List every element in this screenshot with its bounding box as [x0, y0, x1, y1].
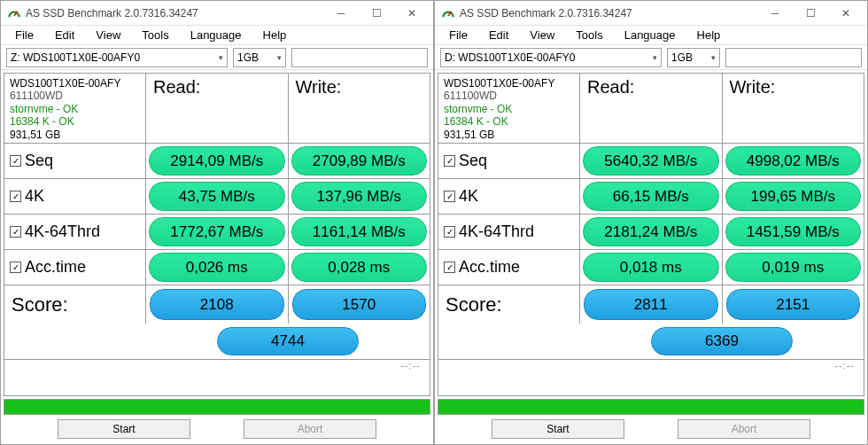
- window-title: AS SSD Benchmark 2.0.7316.34247: [460, 7, 757, 20]
- seq-read: 2914,09 MB/s: [149, 146, 285, 176]
- menu-tools[interactable]: Tools: [131, 27, 179, 43]
- menu-language[interactable]: Language: [180, 27, 252, 43]
- menu-view[interactable]: View: [85, 27, 131, 43]
- score-write: 2151: [726, 289, 861, 320]
- menu-help[interactable]: Help: [686, 27, 732, 43]
- window-controls: ─ ☐ ✕: [757, 2, 864, 25]
- header-read: Read:: [146, 74, 289, 143]
- drive-select-value: Z: WDS100T1X0E-00AFY0: [11, 51, 140, 64]
- device-firmware: 611100WD: [444, 90, 574, 102]
- menu-view[interactable]: View: [519, 27, 565, 43]
- score-read: 2811: [584, 289, 718, 320]
- checkbox-seq[interactable]: ✓: [10, 155, 21, 167]
- device-align: 16384 K - OK: [10, 115, 140, 128]
- benchmark-window-left: AS SSD Benchmark 2.0.7316.34247 ─ ☐ ✕ Fi…: [0, 0, 434, 445]
- size-select[interactable]: 1GB ▾: [667, 48, 720, 67]
- row-4k: ✓4K 66,15 MB/s 199,65 MB/s: [438, 178, 864, 214]
- header-write: Write:: [723, 74, 864, 143]
- menu-edit[interactable]: Edit: [44, 27, 85, 43]
- chevron-down-icon: ▾: [219, 53, 223, 62]
- checkbox-4k64[interactable]: ✓: [444, 226, 455, 238]
- checkbox-seq[interactable]: ✓: [444, 155, 455, 167]
- checkbox-acctime[interactable]: ✓: [444, 262, 455, 273]
- label-seq: Seq: [459, 152, 487, 170]
- drive-select[interactable]: Z: WDS100T1X0E-00AFY0 ▾: [6, 48, 228, 67]
- label-seq: Seq: [25, 152, 53, 170]
- start-button[interactable]: Start: [58, 419, 190, 439]
- app-icon: [442, 7, 454, 20]
- chevron-down-icon: ▾: [277, 53, 282, 62]
- row-total: 4744: [4, 324, 430, 359]
- row-acctime: ✓Acc.time 0,018 ms 0,019 ms: [438, 249, 864, 285]
- menu-file[interactable]: File: [4, 27, 44, 43]
- drive-select-value: D: WDS100T1X0E-00AFY0: [445, 51, 575, 64]
- elapsed-time: --:--: [438, 359, 864, 375]
- row-seq: ✓Seq 5640,32 MB/s 4998,02 MB/s: [438, 143, 864, 178]
- checkbox-4k[interactable]: ✓: [10, 191, 21, 202]
- window-title: AS SSD Benchmark 2.0.7316.34247: [26, 7, 323, 20]
- checkbox-4k64[interactable]: ✓: [10, 226, 21, 238]
- abort-button[interactable]: Abort: [678, 419, 810, 439]
- seq-read: 5640,32 MB/s: [583, 146, 719, 176]
- label-4k: 4K: [459, 187, 478, 206]
- maximize-button[interactable]: ☐: [359, 2, 394, 25]
- minimize-button[interactable]: ─: [757, 2, 793, 25]
- 4k-read: 66,15 MB/s: [583, 182, 719, 211]
- score-total: 4744: [217, 327, 359, 355]
- device-info: WDS100T1X0E-00AFY 611100WD stornvme - OK…: [4, 74, 146, 143]
- progress-bar: [438, 399, 864, 415]
- titlebar[interactable]: AS SSD Benchmark 2.0.7316.34247 ─ ☐ ✕: [435, 1, 867, 26]
- score-total: 6369: [651, 327, 793, 355]
- header-read: Read:: [580, 74, 723, 143]
- checkbox-4k[interactable]: ✓: [444, 191, 455, 202]
- abort-button[interactable]: Abort: [244, 419, 376, 439]
- 4k64-read: 2181,24 MB/s: [583, 217, 719, 246]
- checkbox-acctime[interactable]: ✓: [10, 262, 21, 273]
- label-4k64: 4K-64Thrd: [25, 222, 100, 241]
- menubar: File Edit View Tools Language Help: [1, 26, 433, 45]
- menu-file[interactable]: File: [438, 27, 478, 43]
- menu-help[interactable]: Help: [252, 27, 298, 43]
- 4k-read: 43,75 MB/s: [149, 182, 285, 211]
- close-button[interactable]: ✕: [394, 2, 430, 25]
- label-acctime: Acc.time: [459, 258, 520, 277]
- seq-write: 4998,02 MB/s: [725, 146, 862, 176]
- size-select[interactable]: 1GB ▾: [233, 48, 286, 67]
- path-field[interactable]: [291, 48, 428, 67]
- row-4k64: ✓4K-64Thrd 1772,67 MB/s 1161,14 MB/s: [4, 214, 430, 249]
- start-button[interactable]: Start: [492, 419, 624, 439]
- score-read: 2108: [150, 289, 284, 320]
- acc-read: 0,026 ms: [149, 253, 285, 282]
- row-total: 6369: [438, 324, 864, 359]
- 4k64-write: 1451,59 MB/s: [725, 217, 862, 246]
- chevron-down-icon: ▾: [711, 53, 716, 62]
- drive-select[interactable]: D: WDS100T1X0E-00AFY0 ▾: [440, 48, 662, 67]
- menu-tools[interactable]: Tools: [565, 27, 613, 43]
- minimize-button[interactable]: ─: [323, 2, 359, 25]
- maximize-button[interactable]: ☐: [793, 2, 828, 25]
- row-4k: ✓4K 43,75 MB/s 137,96 MB/s: [4, 178, 430, 214]
- row-4k64: ✓4K-64Thrd 2181,24 MB/s 1451,59 MB/s: [438, 214, 864, 249]
- label-4k: 4K: [25, 187, 44, 206]
- device-model: WDS100T1X0E-00AFY: [10, 77, 140, 90]
- header-write: Write:: [289, 74, 430, 143]
- acc-write: 0,028 ms: [291, 253, 428, 282]
- chevron-down-icon: ▾: [653, 53, 657, 62]
- score-write: 1570: [292, 289, 427, 320]
- app-icon: [8, 7, 20, 20]
- acc-write: 0,019 ms: [725, 253, 862, 282]
- results-grid: WDS100T1X0E-00AFY 611100WD stornvme - OK…: [438, 73, 864, 396]
- acc-read: 0,018 ms: [583, 253, 719, 282]
- device-driver: stornvme - OK: [444, 103, 574, 115]
- device-capacity: 931,51 GB: [10, 129, 140, 141]
- menubar: File Edit View Tools Language Help: [435, 26, 867, 45]
- device-driver: stornvme - OK: [10, 103, 140, 115]
- close-button[interactable]: ✕: [828, 2, 864, 25]
- 4k-write: 199,65 MB/s: [725, 182, 862, 211]
- menu-language[interactable]: Language: [614, 27, 686, 43]
- size-select-value: 1GB: [237, 51, 259, 64]
- menu-edit[interactable]: Edit: [478, 27, 519, 43]
- path-field[interactable]: [725, 48, 862, 67]
- titlebar[interactable]: AS SSD Benchmark 2.0.7316.34247 ─ ☐ ✕: [1, 1, 433, 26]
- label-acctime: Acc.time: [25, 258, 86, 277]
